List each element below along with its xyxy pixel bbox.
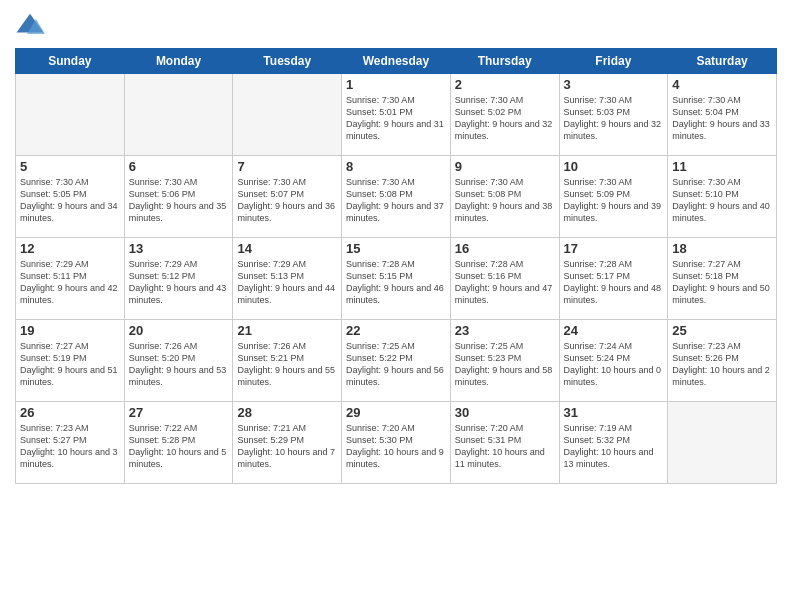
day-info: Sunrise: 7:26 AM Sunset: 5:20 PM Dayligh…	[129, 340, 229, 389]
calendar-cell: 28Sunrise: 7:21 AM Sunset: 5:29 PM Dayli…	[233, 402, 342, 484]
day-number: 5	[20, 159, 120, 174]
calendar-cell: 20Sunrise: 7:26 AM Sunset: 5:20 PM Dayli…	[124, 320, 233, 402]
calendar-cell	[668, 402, 777, 484]
day-info: Sunrise: 7:20 AM Sunset: 5:31 PM Dayligh…	[455, 422, 555, 471]
day-number: 18	[672, 241, 772, 256]
calendar-cell: 27Sunrise: 7:22 AM Sunset: 5:28 PM Dayli…	[124, 402, 233, 484]
calendar-week-row: 5Sunrise: 7:30 AM Sunset: 5:05 PM Daylig…	[16, 156, 777, 238]
day-number: 9	[455, 159, 555, 174]
calendar-cell: 11Sunrise: 7:30 AM Sunset: 5:10 PM Dayli…	[668, 156, 777, 238]
day-info: Sunrise: 7:29 AM Sunset: 5:11 PM Dayligh…	[20, 258, 120, 307]
calendar-cell: 15Sunrise: 7:28 AM Sunset: 5:15 PM Dayli…	[342, 238, 451, 320]
calendar-week-row: 19Sunrise: 7:27 AM Sunset: 5:19 PM Dayli…	[16, 320, 777, 402]
day-info: Sunrise: 7:25 AM Sunset: 5:23 PM Dayligh…	[455, 340, 555, 389]
calendar-page: SundayMondayTuesdayWednesdayThursdayFrid…	[0, 0, 792, 612]
calendar-cell: 3Sunrise: 7:30 AM Sunset: 5:03 PM Daylig…	[559, 74, 668, 156]
day-number: 22	[346, 323, 446, 338]
weekday-header: Tuesday	[233, 49, 342, 74]
day-info: Sunrise: 7:30 AM Sunset: 5:01 PM Dayligh…	[346, 94, 446, 143]
day-number: 28	[237, 405, 337, 420]
day-number: 24	[564, 323, 664, 338]
logo	[15, 10, 49, 40]
calendar-cell: 26Sunrise: 7:23 AM Sunset: 5:27 PM Dayli…	[16, 402, 125, 484]
day-info: Sunrise: 7:22 AM Sunset: 5:28 PM Dayligh…	[129, 422, 229, 471]
calendar-cell: 19Sunrise: 7:27 AM Sunset: 5:19 PM Dayli…	[16, 320, 125, 402]
calendar-week-row: 12Sunrise: 7:29 AM Sunset: 5:11 PM Dayli…	[16, 238, 777, 320]
calendar-cell: 5Sunrise: 7:30 AM Sunset: 5:05 PM Daylig…	[16, 156, 125, 238]
weekday-header-row: SundayMondayTuesdayWednesdayThursdayFrid…	[16, 49, 777, 74]
calendar-table: SundayMondayTuesdayWednesdayThursdayFrid…	[15, 48, 777, 484]
day-info: Sunrise: 7:23 AM Sunset: 5:27 PM Dayligh…	[20, 422, 120, 471]
day-number: 25	[672, 323, 772, 338]
weekday-header: Wednesday	[342, 49, 451, 74]
day-number: 11	[672, 159, 772, 174]
day-info: Sunrise: 7:30 AM Sunset: 5:09 PM Dayligh…	[564, 176, 664, 225]
calendar-week-row: 26Sunrise: 7:23 AM Sunset: 5:27 PM Dayli…	[16, 402, 777, 484]
calendar-cell: 18Sunrise: 7:27 AM Sunset: 5:18 PM Dayli…	[668, 238, 777, 320]
day-number: 21	[237, 323, 337, 338]
calendar-cell: 4Sunrise: 7:30 AM Sunset: 5:04 PM Daylig…	[668, 74, 777, 156]
day-number: 6	[129, 159, 229, 174]
calendar-cell: 9Sunrise: 7:30 AM Sunset: 5:08 PM Daylig…	[450, 156, 559, 238]
calendar-cell: 17Sunrise: 7:28 AM Sunset: 5:17 PM Dayli…	[559, 238, 668, 320]
page-header	[15, 10, 777, 40]
day-info: Sunrise: 7:30 AM Sunset: 5:08 PM Dayligh…	[455, 176, 555, 225]
day-info: Sunrise: 7:24 AM Sunset: 5:24 PM Dayligh…	[564, 340, 664, 389]
calendar-cell: 21Sunrise: 7:26 AM Sunset: 5:21 PM Dayli…	[233, 320, 342, 402]
calendar-cell: 22Sunrise: 7:25 AM Sunset: 5:22 PM Dayli…	[342, 320, 451, 402]
calendar-cell: 12Sunrise: 7:29 AM Sunset: 5:11 PM Dayli…	[16, 238, 125, 320]
day-number: 26	[20, 405, 120, 420]
day-number: 16	[455, 241, 555, 256]
day-info: Sunrise: 7:30 AM Sunset: 5:08 PM Dayligh…	[346, 176, 446, 225]
weekday-header: Friday	[559, 49, 668, 74]
day-info: Sunrise: 7:30 AM Sunset: 5:02 PM Dayligh…	[455, 94, 555, 143]
day-info: Sunrise: 7:28 AM Sunset: 5:17 PM Dayligh…	[564, 258, 664, 307]
day-info: Sunrise: 7:20 AM Sunset: 5:30 PM Dayligh…	[346, 422, 446, 471]
day-number: 3	[564, 77, 664, 92]
day-info: Sunrise: 7:30 AM Sunset: 5:10 PM Dayligh…	[672, 176, 772, 225]
day-number: 23	[455, 323, 555, 338]
calendar-cell: 16Sunrise: 7:28 AM Sunset: 5:16 PM Dayli…	[450, 238, 559, 320]
day-info: Sunrise: 7:29 AM Sunset: 5:12 PM Dayligh…	[129, 258, 229, 307]
calendar-cell: 1Sunrise: 7:30 AM Sunset: 5:01 PM Daylig…	[342, 74, 451, 156]
day-info: Sunrise: 7:23 AM Sunset: 5:26 PM Dayligh…	[672, 340, 772, 389]
calendar-cell	[233, 74, 342, 156]
day-info: Sunrise: 7:30 AM Sunset: 5:03 PM Dayligh…	[564, 94, 664, 143]
day-number: 10	[564, 159, 664, 174]
calendar-cell: 24Sunrise: 7:24 AM Sunset: 5:24 PM Dayli…	[559, 320, 668, 402]
day-number: 4	[672, 77, 772, 92]
day-number: 17	[564, 241, 664, 256]
day-info: Sunrise: 7:30 AM Sunset: 5:04 PM Dayligh…	[672, 94, 772, 143]
day-number: 19	[20, 323, 120, 338]
day-number: 20	[129, 323, 229, 338]
day-info: Sunrise: 7:28 AM Sunset: 5:16 PM Dayligh…	[455, 258, 555, 307]
calendar-cell: 2Sunrise: 7:30 AM Sunset: 5:02 PM Daylig…	[450, 74, 559, 156]
day-number: 31	[564, 405, 664, 420]
calendar-cell: 25Sunrise: 7:23 AM Sunset: 5:26 PM Dayli…	[668, 320, 777, 402]
logo-icon	[15, 10, 45, 40]
calendar-cell	[16, 74, 125, 156]
day-number: 2	[455, 77, 555, 92]
calendar-cell: 23Sunrise: 7:25 AM Sunset: 5:23 PM Dayli…	[450, 320, 559, 402]
day-info: Sunrise: 7:30 AM Sunset: 5:07 PM Dayligh…	[237, 176, 337, 225]
calendar-cell: 8Sunrise: 7:30 AM Sunset: 5:08 PM Daylig…	[342, 156, 451, 238]
day-number: 29	[346, 405, 446, 420]
calendar-cell: 6Sunrise: 7:30 AM Sunset: 5:06 PM Daylig…	[124, 156, 233, 238]
weekday-header: Saturday	[668, 49, 777, 74]
calendar-cell: 7Sunrise: 7:30 AM Sunset: 5:07 PM Daylig…	[233, 156, 342, 238]
day-info: Sunrise: 7:19 AM Sunset: 5:32 PM Dayligh…	[564, 422, 664, 471]
day-number: 12	[20, 241, 120, 256]
weekday-header: Monday	[124, 49, 233, 74]
day-info: Sunrise: 7:21 AM Sunset: 5:29 PM Dayligh…	[237, 422, 337, 471]
day-info: Sunrise: 7:27 AM Sunset: 5:18 PM Dayligh…	[672, 258, 772, 307]
calendar-cell	[124, 74, 233, 156]
day-number: 27	[129, 405, 229, 420]
day-info: Sunrise: 7:29 AM Sunset: 5:13 PM Dayligh…	[237, 258, 337, 307]
calendar-cell: 13Sunrise: 7:29 AM Sunset: 5:12 PM Dayli…	[124, 238, 233, 320]
day-number: 8	[346, 159, 446, 174]
calendar-cell: 31Sunrise: 7:19 AM Sunset: 5:32 PM Dayli…	[559, 402, 668, 484]
day-number: 15	[346, 241, 446, 256]
day-info: Sunrise: 7:25 AM Sunset: 5:22 PM Dayligh…	[346, 340, 446, 389]
day-info: Sunrise: 7:26 AM Sunset: 5:21 PM Dayligh…	[237, 340, 337, 389]
calendar-cell: 30Sunrise: 7:20 AM Sunset: 5:31 PM Dayli…	[450, 402, 559, 484]
